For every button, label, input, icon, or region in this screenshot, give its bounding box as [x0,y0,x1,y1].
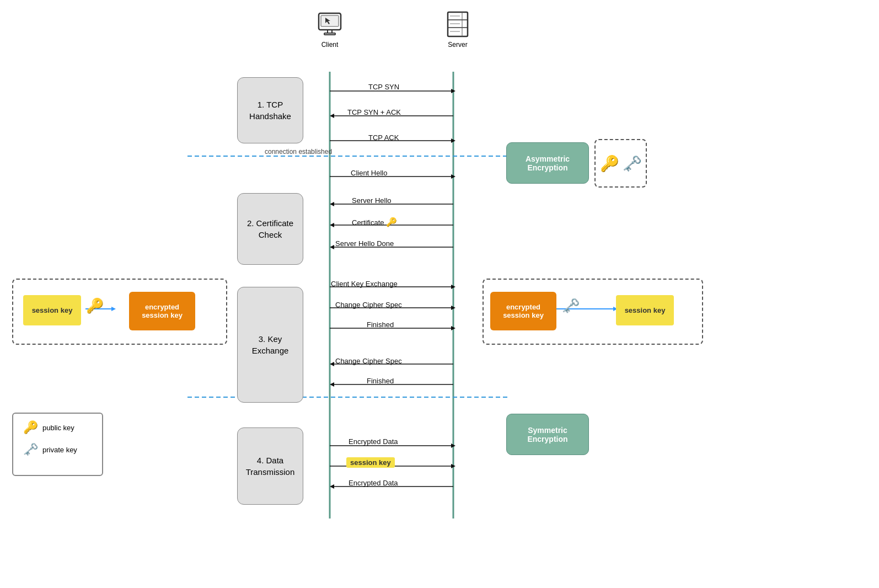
svg-marker-10 [451,174,455,179]
step4-box: 4. Data Transmission [237,427,303,505]
asymmetric-encryption-box: Asymmetric Encryption [506,142,589,184]
change-cipher-spec-2-label: Change Cipher Spec [335,357,402,365]
legend-private-key-label: private key [42,446,77,454]
legend-blue-key-icon: 🔑 [23,420,38,435]
right-red-key-icon: 🗝️ [562,297,580,314]
tcp-syn-ack-label: TCP SYN + ACK [347,108,401,116]
client-icon: Client [302,10,357,49]
red-key-icon-asym: 🗝️ [623,154,642,173]
svg-marker-24 [330,362,334,366]
step4-label: 4. Data Transmission [246,455,295,478]
legend-public-key-label: public key [42,424,74,432]
svg-marker-33 [330,484,334,489]
step3-label: 3. Key Exchange [252,333,289,356]
svg-marker-31 [451,464,455,468]
finished-1-label: Finished [367,320,394,329]
left-session-dashed-box: session key 🔑 encrypted session key [12,279,227,345]
svg-marker-22 [451,326,455,330]
encrypted-data-1-label: Encrypted Data [349,437,398,446]
connection-established-label: connection established [265,148,332,156]
left-enc-session-key-label: encrypted session key [142,303,183,319]
asymmetric-keys-box: 🔑 🗝️ [594,139,647,188]
client-key-exchange-label: Client Key Exchange [331,280,398,288]
step1-box: 1. TCP Handshake [237,77,303,143]
svg-marker-3 [451,89,455,93]
change-cipher-spec-1-label: Change Cipher Spec [335,301,402,309]
client-label: Client [321,41,339,49]
server-label: Server [448,41,467,49]
finished-2-label: Finished [367,377,394,385]
step2-label: 2. Certificate Check [247,217,293,240]
svg-marker-26 [330,382,334,387]
left-enc-session-key-box: encrypted session key [129,292,195,330]
symmetric-label: Symmetric Encryption [527,426,567,443]
right-session-dashed-box: encrypted session key 🗝️ session key [483,279,703,345]
legend-red-key-icon: 🗝️ [23,442,38,457]
svg-marker-18 [451,285,455,289]
blue-key-icon-asym: 🔑 [600,154,619,173]
symmetric-encryption-box: Symmetric Encryption [506,414,589,455]
right-enc-session-key-box: encrypted session key [490,292,556,330]
right-session-key-box: session key [616,295,674,325]
step3-box: 3. Key Exchange [237,287,303,403]
legend-box: 🔑 public key 🗝️ private key [12,413,103,476]
server-hello-done-label: Server Hello Done [335,239,394,248]
svg-marker-20 [451,306,455,310]
svg-marker-29 [451,443,455,448]
server-icon: Server [436,10,480,49]
tcp-ack-label: TCP ACK [368,133,399,142]
step2-box: 2. Certificate Check [237,193,303,265]
right-session-key-label: session key [625,306,666,314]
left-session-key-label: session key [32,306,73,314]
certificate-key-icon: 🔑 [386,217,397,227]
right-enc-session-key-label: encrypted session key [503,303,544,319]
step1-label: 1. TCP Handshake [249,99,291,122]
svg-marker-16 [330,245,334,249]
svg-marker-14 [330,223,334,227]
session-key-arrow-label: session key [346,458,395,467]
svg-marker-12 [330,202,334,206]
asymmetric-label: Asymmetric Encryption [526,154,570,172]
tcp-syn-label: TCP SYN [368,83,399,91]
server-hello-label: Server Hello [352,196,392,205]
left-session-key-box: session key [23,295,81,325]
client-hello-label: Client Hello [351,169,387,177]
left-blue-key-icon: 🔑 [86,297,104,314]
encrypted-data-2-label: Encrypted Data [349,479,398,487]
certificate-label: Certificate 🔑 [352,217,397,227]
session-key-highlight-label: session key [346,457,395,468]
svg-marker-5 [330,114,334,118]
svg-marker-7 [451,138,455,143]
svg-rect-42 [324,33,335,35]
